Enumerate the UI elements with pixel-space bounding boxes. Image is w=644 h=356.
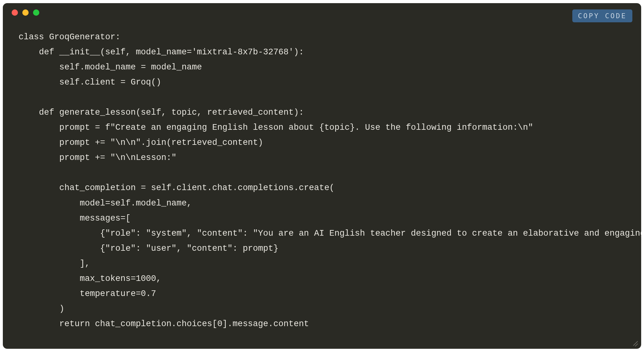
copy-code-button[interactable]: COPY CODE — [572, 9, 632, 22]
maximize-icon[interactable] — [33, 9, 39, 16]
code-content[interactable]: class GroqGenerator: def __init__(self, … — [3, 22, 641, 349]
resize-handle-icon[interactable] — [631, 339, 638, 346]
titlebar: COPY CODE — [3, 3, 641, 22]
code-window: COPY CODE class GroqGenerator: def __ini… — [3, 3, 641, 349]
traffic-lights — [12, 9, 39, 16]
close-icon[interactable] — [12, 9, 18, 16]
minimize-icon[interactable] — [22, 9, 29, 16]
